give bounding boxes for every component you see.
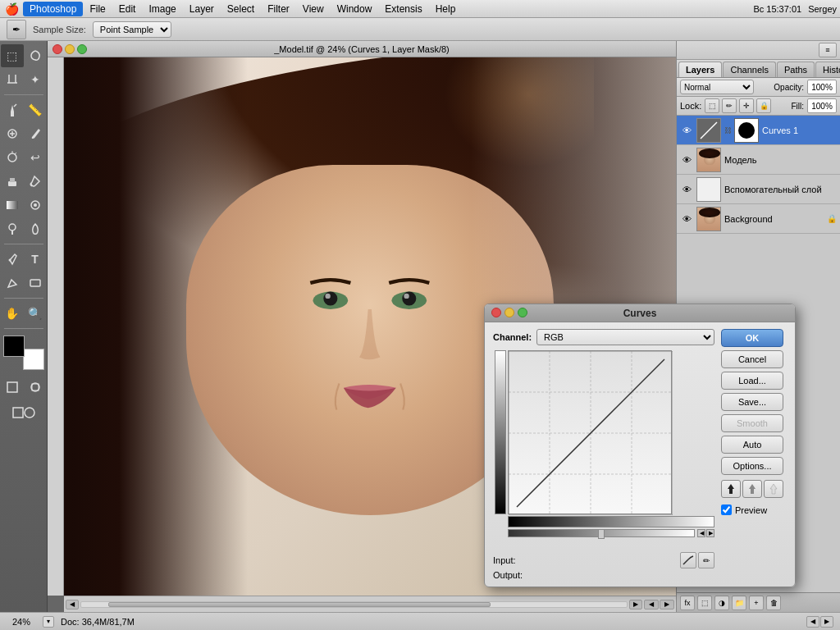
tool-spot-heal[interactable]: [1, 122, 24, 145]
add-style-btn[interactable]: fx: [680, 596, 695, 610]
curves-slider-thumb[interactable]: [598, 529, 605, 539]
pencil-icon-btn[interactable]: ✏: [698, 552, 714, 568]
layer-eye-model[interactable]: 👁: [680, 153, 693, 167]
scroll-thumb[interactable]: [108, 602, 491, 607]
tool-history-brush[interactable]: ↩: [24, 146, 47, 169]
options-button[interactable]: Options...: [721, 457, 783, 475]
nav-right-btn[interactable]: ▶: [820, 616, 833, 628]
new-layer-btn[interactable]: +: [749, 596, 764, 610]
tool-shape[interactable]: [24, 272, 47, 294]
add-adjustment-btn[interactable]: ◑: [714, 596, 729, 610]
tool-brush[interactable]: [24, 122, 47, 145]
tool-screen-mode[interactable]: [12, 401, 35, 424]
tool-gradient[interactable]: [1, 194, 24, 217]
tool-eyedropper[interactable]: [1, 98, 24, 121]
background-color-swatch[interactable]: [23, 349, 44, 370]
delete-layer-btn[interactable]: 🗑: [766, 596, 781, 610]
tool-crop[interactable]: [1, 68, 24, 91]
scroll-nav-right-btn[interactable]: ▶: [660, 600, 674, 609]
layer-eye-background[interactable]: 👁: [680, 212, 693, 226]
lock-pixels-btn[interactable]: ✏: [722, 98, 737, 113]
horizontal-scrollbar[interactable]: ◀ ▶ ◀ ▶: [64, 596, 676, 612]
tool-eraser[interactable]: [1, 170, 24, 193]
blend-mode-select[interactable]: Normal: [680, 80, 754, 94]
window-close-btn[interactable]: [52, 44, 62, 54]
layer-item-model[interactable]: 👁 Модель: [677, 145, 840, 175]
nav-left-btn[interactable]: ◀: [806, 616, 819, 628]
tool-text[interactable]: T: [24, 248, 47, 271]
tool-ruler[interactable]: 📏: [24, 98, 47, 121]
auto-button[interactable]: Auto: [721, 436, 783, 454]
tab-layers[interactable]: Layers: [678, 62, 722, 77]
preview-checkbox[interactable]: [721, 504, 732, 515]
layer-eye-aux[interactable]: 👁: [680, 183, 693, 196]
tool-path-select[interactable]: [1, 272, 24, 294]
window-minimize-btn[interactable]: [65, 44, 75, 54]
cancel-button[interactable]: Cancel: [721, 350, 783, 368]
menu-help[interactable]: Help: [429, 2, 463, 16]
tool-pen[interactable]: [1, 248, 24, 271]
menu-extensis[interactable]: Extensis: [378, 2, 428, 16]
layer-item-curves1[interactable]: 👁 ⛓ Curves 1: [677, 116, 840, 145]
menu-view[interactable]: View: [296, 2, 331, 16]
curves-slider-right-btn[interactable]: ▶: [706, 529, 714, 537]
add-mask-btn[interactable]: ⬚: [697, 596, 712, 610]
dialog-maximize-btn[interactable]: [518, 308, 527, 317]
layer-item-background[interactable]: 👁 Background 🔒: [677, 204, 840, 234]
curves-slider-track[interactable]: [508, 529, 695, 537]
add-group-btn[interactable]: 📁: [732, 596, 746, 610]
curves-graph[interactable]: [508, 350, 672, 514]
menu-image[interactable]: Image: [142, 2, 182, 16]
layer-eye-curves1[interactable]: 👁: [680, 124, 693, 137]
tool-marquee[interactable]: ⬚: [1, 44, 24, 67]
save-button[interactable]: Save...: [721, 393, 783, 411]
layer-item-aux[interactable]: 👁 Вспомогательный слой: [677, 175, 840, 204]
channel-select[interactable]: RGB Red Green Blue: [536, 329, 714, 345]
menu-layer[interactable]: Layer: [183, 2, 221, 16]
tool-dodge[interactable]: [1, 217, 24, 240]
tool-zoom[interactable]: 🔍: [24, 302, 47, 325]
tool-hand[interactable]: ✋: [1, 302, 24, 325]
tool-quick-mask[interactable]: [24, 376, 47, 399]
zoom-menu-btn[interactable]: ▾: [43, 616, 54, 628]
window-maximize-btn[interactable]: [77, 44, 87, 54]
menu-photoshop[interactable]: Photoshop: [23, 2, 83, 16]
menu-window[interactable]: Window: [331, 2, 379, 16]
tool-clone[interactable]: [1, 146, 24, 169]
scroll-nav-left-btn[interactable]: ◀: [644, 600, 659, 609]
ok-button[interactable]: OK: [721, 329, 783, 347]
menu-filter[interactable]: Filter: [261, 2, 296, 16]
opacity-input[interactable]: [807, 80, 837, 94]
tool-blur[interactable]: [24, 194, 47, 217]
tab-paths[interactable]: Paths: [777, 62, 815, 77]
tool-lasso[interactable]: [24, 44, 47, 67]
scroll-track[interactable]: [80, 601, 628, 608]
panel-menu-btn[interactable]: ≡: [819, 43, 837, 57]
foreground-color-swatch[interactable]: [3, 336, 25, 357]
curve-icon-btn[interactable]: [680, 552, 696, 568]
lock-all-btn[interactable]: 🔒: [756, 98, 771, 113]
white-point-eyedropper[interactable]: [764, 480, 783, 498]
dialog-minimize-btn[interactable]: [504, 308, 514, 317]
lock-position-btn[interactable]: ✛: [739, 98, 754, 113]
tool-magic-wand[interactable]: ✦: [24, 68, 47, 91]
scroll-left-btn[interactable]: ◀: [66, 600, 79, 609]
fill-input[interactable]: [807, 98, 837, 113]
smooth-button[interactable]: Smooth: [721, 414, 783, 432]
load-button[interactable]: Load...: [721, 372, 783, 390]
sample-size-select[interactable]: Point Sample: [93, 21, 171, 38]
dialog-close-btn[interactable]: [491, 308, 501, 317]
tool-fill[interactable]: [24, 170, 47, 193]
lock-transparent-btn[interactable]: ⬚: [705, 98, 719, 113]
apple-menu[interactable]: 🍎: [3, 0, 20, 18]
tool-burn[interactable]: [24, 217, 47, 240]
menu-select[interactable]: Select: [221, 2, 261, 16]
scroll-right-btn[interactable]: ▶: [629, 600, 642, 609]
menu-edit[interactable]: Edit: [112, 2, 143, 16]
tab-channels[interactable]: Channels: [723, 62, 775, 77]
black-point-eyedropper[interactable]: [721, 480, 741, 498]
menu-file[interactable]: File: [83, 2, 112, 16]
tool-standard-mode[interactable]: [1, 376, 24, 399]
gray-point-eyedropper[interactable]: [742, 480, 762, 498]
tab-history[interactable]: History: [815, 62, 840, 77]
